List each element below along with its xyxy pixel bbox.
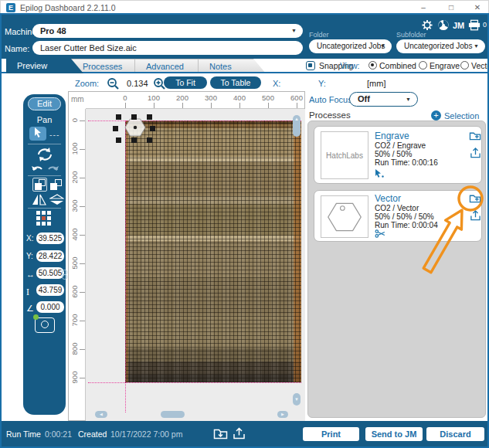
duplicate-active-button[interactable] xyxy=(32,178,47,192)
divider xyxy=(28,208,61,209)
line-style-control[interactable]: --- xyxy=(49,130,60,139)
subfolder-value: Uncategorized Jobs xyxy=(404,42,472,50)
select-tool-button[interactable] xyxy=(29,127,46,141)
pan-mode-button[interactable]: Pan xyxy=(23,115,66,124)
ruler-tick-label: 700 xyxy=(70,313,79,328)
tab-preview[interactable]: Preview xyxy=(6,59,83,73)
selection-handle-s[interactable] xyxy=(131,137,137,143)
app-logo-icon: E xyxy=(6,3,15,12)
x-position-input[interactable]: 39.525 xyxy=(36,232,64,244)
ruler-tick-mark xyxy=(80,178,85,178)
run-time-label: Run Time xyxy=(6,429,41,439)
selection-handle-w[interactable] xyxy=(113,126,118,131)
name-value: Laser Cutter Bed Size.aic xyxy=(40,43,137,53)
array-grid-button[interactable] xyxy=(36,211,53,227)
h-scrollbar-left-button[interactable]: ◀ xyxy=(95,411,107,418)
app-window: E Epilog Dashboard 2.2.11.0 – □ ✕ Machin… xyxy=(0,0,489,448)
v-scrollbar-down-button[interactable]: ▼ xyxy=(293,393,301,406)
height-input[interactable]: 43.759 xyxy=(36,284,64,296)
chevron-down-icon: ▼ xyxy=(380,39,385,53)
selection-handle-se[interactable] xyxy=(147,137,152,143)
hexagon-artwork-icon xyxy=(325,199,364,235)
h-scrollbar-thumb[interactable] xyxy=(161,411,185,418)
cursor-y-label: Y: xyxy=(318,79,326,88)
ruler-tick-label: 400 xyxy=(230,93,249,102)
edit-mode-button[interactable]: Edit xyxy=(28,97,61,110)
hub-icon[interactable] xyxy=(437,19,450,31)
flip-vertical-icon[interactable] xyxy=(49,194,64,205)
zoom-value[interactable]: 0.134 xyxy=(127,79,148,88)
close-button[interactable]: ✕ xyxy=(467,1,487,15)
link-dimensions-icon[interactable] xyxy=(61,270,68,282)
radio-combined-label[interactable]: Combined xyxy=(379,61,416,70)
title-bar: E Epilog Dashboard 2.2.11.0 – □ ✕ xyxy=(0,0,489,14)
engrave-direction-icon xyxy=(375,168,384,178)
printer-icon[interactable] xyxy=(468,19,481,31)
to-table-button[interactable]: To Table xyxy=(210,76,261,89)
process-card-vector[interactable]: Vector CO2 / Vector 50% / 50% / 50% Run … xyxy=(314,190,482,242)
add-selection-label[interactable]: Selection xyxy=(444,111,479,120)
ruler-tick-label: 900 xyxy=(70,370,79,385)
selection-handle-sw[interactable] xyxy=(116,137,121,143)
export-process-icon[interactable] xyxy=(469,209,482,221)
minimize-button[interactable]: – xyxy=(413,1,433,15)
gear-icon[interactable] xyxy=(421,19,433,31)
snapping-checkbox[interactable] xyxy=(306,61,315,70)
plus-icon: + xyxy=(433,110,438,120)
engrave-thumbnail: HatchLabs xyxy=(321,131,368,179)
machine-value: Pro 48 xyxy=(40,26,66,36)
view-label: View: xyxy=(340,61,360,70)
units-label: [mm] xyxy=(367,79,385,88)
camera-lens-icon xyxy=(41,321,49,328)
tool-sidebar: Edit Pan --- xyxy=(23,94,66,415)
print-button[interactable]: Print xyxy=(303,427,359,441)
canvas-viewport[interactable]: ▲ ▼ ◀ ▶ xyxy=(86,109,305,421)
save-process-to-library-icon[interactable] xyxy=(469,130,482,141)
selection-handle-e[interactable] xyxy=(150,126,155,131)
h-scrollbar-right-button[interactable]: ▶ xyxy=(277,411,288,418)
zoom-toolbar: Zoom: 0.134 To Fit To Table X: Y: [mm] xyxy=(0,73,489,91)
duplicate-button[interactable] xyxy=(50,179,63,192)
radio-vector[interactable] xyxy=(460,61,469,70)
folder-dropdown[interactable]: Uncategorized Jobs ▼ xyxy=(309,39,392,53)
y-position-input[interactable]: 28.422 xyxy=(36,250,64,262)
export-job-icon[interactable] xyxy=(233,426,246,440)
save-process-to-library-icon[interactable] xyxy=(469,192,482,204)
export-process-icon[interactable] xyxy=(469,147,482,158)
maximize-button[interactable]: □ xyxy=(441,1,461,15)
v-scrollbar-thumb[interactable]: ▲ xyxy=(293,115,301,137)
discard-button[interactable]: Discard xyxy=(426,427,484,441)
width-input[interactable]: 50.505 xyxy=(36,267,64,279)
user-initials-badge[interactable]: JM xyxy=(453,21,464,30)
ruler-tick-mark xyxy=(154,103,155,108)
undo-icon[interactable] xyxy=(31,163,44,174)
add-selection-icon[interactable]: + xyxy=(431,110,441,120)
rotate-icon[interactable] xyxy=(36,147,54,162)
radio-engrave-label[interactable]: Engrave xyxy=(430,61,460,70)
autofocus-value: Off xyxy=(358,94,370,104)
subfolder-dropdown[interactable]: Uncategorized Jobs ▼ xyxy=(396,39,485,53)
radio-engrave[interactable] xyxy=(419,61,427,70)
selection-handle-nw[interactable] xyxy=(116,114,121,120)
radio-combined[interactable] xyxy=(368,61,377,70)
selection-handle-n[interactable] xyxy=(131,114,137,120)
window-title: Epilog Dashboard 2.2.11.0 xyxy=(20,3,116,12)
autofocus-dropdown[interactable]: Off ▼ xyxy=(349,92,418,107)
to-fit-button[interactable]: To Fit xyxy=(164,76,207,89)
machine-dropdown[interactable]: Pro 48 ▼ xyxy=(32,24,303,38)
name-input[interactable]: Laser Cutter Bed Size.aic xyxy=(32,41,303,55)
send-to-jm-button[interactable]: Send to JM xyxy=(365,427,423,441)
save-job-to-folder-icon[interactable] xyxy=(213,426,228,440)
radio-vector-label[interactable]: Vector xyxy=(471,61,489,70)
selection-handle-ne[interactable] xyxy=(147,114,152,120)
redo-icon[interactable] xyxy=(46,163,59,174)
angle-input[interactable]: 0.000 xyxy=(36,301,64,313)
ruler-tick-label: 0 xyxy=(116,93,134,102)
zoom-out-icon[interactable] xyxy=(107,77,120,90)
ruler-tick-mark xyxy=(80,120,85,121)
printer-count-badge: 0 xyxy=(483,21,487,29)
ruler-tick-mark xyxy=(80,378,85,378)
camera-overview-button[interactable] xyxy=(35,317,55,333)
flip-horizontal-icon[interactable] xyxy=(32,194,46,205)
process-card-engrave[interactable]: HatchLabs Engrave CO2 / Engrave 50% / 50… xyxy=(314,126,482,184)
